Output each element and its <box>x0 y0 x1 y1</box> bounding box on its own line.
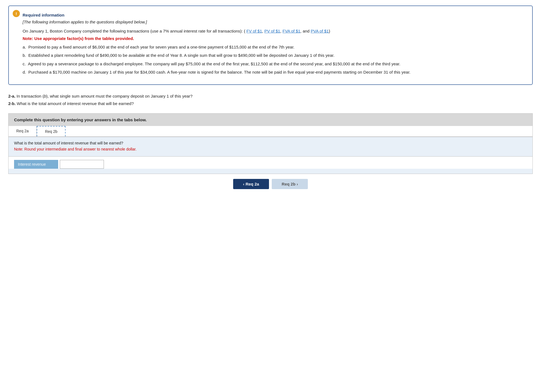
question-2b: 2-b. What is the total amount of interes… <box>8 100 533 107</box>
nav-buttons-row: ‹ Req 2a Req 2b › <box>8 179 533 189</box>
interest-revenue-input[interactable] <box>60 160 104 169</box>
tabs-container: Req 2a Req 2b What is the total amount o… <box>8 126 533 174</box>
next-chevron-icon: › <box>297 182 298 186</box>
main-text: On January 1, Boston Company completed t… <box>23 28 524 34</box>
italic-note: [The following information applies to th… <box>23 20 524 24</box>
questions-section: 2-a. In transaction (b), what single sum… <box>8 93 533 107</box>
tab-note-red: Note: Round your intermediate and final … <box>14 147 527 151</box>
next-button-label: Req 2b <box>282 182 295 186</box>
complete-box-text: Complete this question by entering your … <box>14 117 147 122</box>
fva-link[interactable]: FVA of $1 <box>282 29 300 33</box>
fv-link[interactable]: FV of $1 <box>246 29 262 33</box>
transaction-a: a. Promised to pay a fixed amount of $6,… <box>23 44 524 50</box>
tabs-row: Req 2a Req 2b <box>9 126 532 137</box>
tab-req2a[interactable]: Req 2a <box>9 126 37 136</box>
transaction-b: b. Established a plant remodeling fund o… <box>23 52 524 59</box>
main-text-part1: On January 1, Boston Company completed t… <box>23 29 245 33</box>
info-box: ! Required information [The following in… <box>8 6 533 85</box>
transaction-c: c. Agreed to pay a severance package to … <box>23 61 524 67</box>
required-info-title: Required information <box>23 13 524 17</box>
answer-label: Interest revenue <box>14 160 58 169</box>
warning-icon: ! <box>13 10 20 17</box>
complete-box: Complete this question by entering your … <box>8 113 533 126</box>
note-red: Note: Use appropriate factor(s) from the… <box>23 36 524 41</box>
tab-req2b[interactable]: Req 2b <box>37 126 66 136</box>
transaction-d: d. Purchased a $170,000 machine on Janua… <box>23 69 524 76</box>
prev-button[interactable]: ‹ Req 2a <box>233 179 269 189</box>
pva-link[interactable]: PVA of $1 <box>311 29 329 33</box>
pv-link[interactable]: PV of $1 <box>264 29 280 33</box>
prev-chevron-icon: ‹ <box>243 182 244 186</box>
tab-question: What is the total amount of interest rev… <box>14 141 527 145</box>
transactions-list: a. Promised to pay a fixed amount of $6,… <box>23 44 524 76</box>
tab-content: What is the total amount of interest rev… <box>9 137 532 174</box>
question-2a: 2-a. In transaction (b), what single sum… <box>8 93 533 100</box>
next-button[interactable]: Req 2b › <box>272 179 308 189</box>
prev-button-label: Req 2a <box>246 182 259 186</box>
answer-row: Interest revenue <box>9 156 532 169</box>
